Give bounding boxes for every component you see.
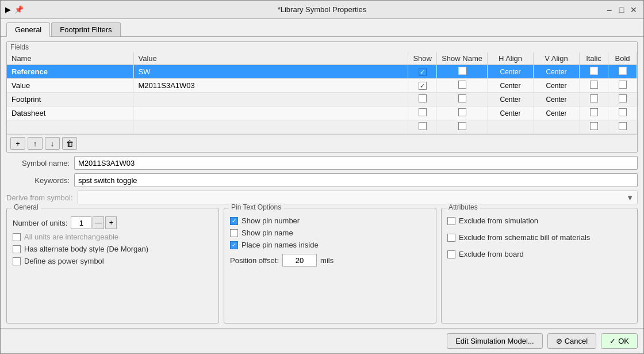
delete-field-button[interactable]: 🗑: [62, 137, 77, 150]
showname-checkbox[interactable]: [458, 122, 466, 130]
spin-plus-button[interactable]: +: [105, 216, 117, 229]
field-italic-cell[interactable]: [580, 120, 608, 134]
bold-checkbox[interactable]: [619, 67, 627, 75]
field-bold-cell[interactable]: [608, 79, 637, 93]
cancel-button[interactable]: ⊘ Cancel: [547, 333, 596, 349]
exclude-board-checkbox[interactable]: [447, 250, 455, 258]
field-showname-cell[interactable]: [437, 79, 488, 93]
tab-general[interactable]: General: [6, 22, 50, 37]
field-show-cell[interactable]: [408, 120, 437, 134]
attributes-section-title: Attributes: [446, 203, 480, 211]
field-show-cell[interactable]: [408, 106, 437, 120]
field-showname-cell[interactable]: [437, 106, 488, 120]
showname-checkbox[interactable]: [458, 108, 466, 116]
derive-from-dropdown[interactable]: ▼: [78, 191, 638, 204]
all-units-label: All units are interchangeable: [24, 233, 118, 241]
field-show-cell[interactable]: [408, 93, 437, 106]
maximize-button[interactable]: □: [616, 4, 626, 16]
show-pin-number-checkbox[interactable]: [230, 217, 238, 225]
col-header-italic: Italic: [580, 52, 608, 65]
field-showname-cell[interactable]: [437, 120, 488, 134]
field-showname-cell[interactable]: [437, 65, 488, 79]
show-checkbox[interactable]: [419, 94, 427, 102]
fields-title: Fields: [7, 42, 637, 52]
show-checkbox[interactable]: [419, 68, 427, 76]
power-symbol-label: Define as power symbol: [24, 257, 104, 265]
exclude-simulation-row: Exclude from simulation: [447, 216, 631, 225]
ok-label: OK: [618, 337, 629, 345]
exclude-simulation-checkbox[interactable]: [447, 217, 455, 225]
table-row[interactable]: FootprintCenterCenter: [7, 93, 637, 106]
field-italic-cell[interactable]: [580, 65, 608, 79]
field-italic-cell[interactable]: [580, 106, 608, 120]
num-units-row: Number of units: — +: [13, 216, 213, 229]
show-pin-name-checkbox[interactable]: [230, 229, 238, 237]
field-show-cell[interactable]: [408, 65, 437, 79]
field-bold-cell[interactable]: [608, 106, 637, 120]
position-offset-input[interactable]: [282, 254, 317, 267]
ok-button[interactable]: ✓ OK: [601, 333, 638, 349]
bold-checkbox[interactable]: [619, 122, 627, 130]
alt-body-row: Has alternate body style (De Morgan): [13, 245, 213, 253]
move-down-button[interactable]: ↓: [45, 137, 60, 150]
field-bold-cell[interactable]: [608, 65, 637, 79]
pin-text-section-title: Pin Text Options: [229, 203, 283, 211]
italic-checkbox[interactable]: [590, 94, 598, 102]
field-bold-cell[interactable]: [608, 93, 637, 106]
tabs-bar: General Footprint Filters: [1, 19, 643, 37]
showname-checkbox[interactable]: [458, 94, 466, 102]
table-row[interactable]: ReferenceSWCenterCenter: [7, 65, 637, 79]
add-field-button[interactable]: +: [10, 137, 25, 150]
move-up-button[interactable]: ↑: [28, 137, 43, 150]
table-row[interactable]: DatasheetCenterCenter: [7, 106, 637, 120]
field-halign-cell: Center: [488, 79, 534, 93]
main-window: ▶ 📌 *Library Symbol Properties – □ ✕ Gen…: [0, 0, 644, 354]
exclude-bom-checkbox[interactable]: [447, 234, 455, 242]
num-units-input[interactable]: [71, 216, 91, 229]
italic-checkbox[interactable]: [590, 122, 598, 130]
close-button[interactable]: ✕: [629, 4, 639, 16]
table-row[interactable]: [7, 120, 637, 134]
bold-checkbox[interactable]: [619, 94, 627, 102]
table-row[interactable]: ValueM2011S3A1W03CenterCenter: [7, 79, 637, 93]
window-title: *Library Symbol Properties: [40, 5, 604, 14]
field-italic-cell[interactable]: [580, 93, 608, 106]
show-checkbox[interactable]: [419, 82, 427, 90]
power-symbol-checkbox[interactable]: [13, 257, 21, 265]
field-valign-cell: [534, 120, 580, 134]
col-header-halign: H Align: [488, 52, 534, 65]
symbol-name-input[interactable]: [74, 156, 638, 170]
minimize-button[interactable]: –: [604, 4, 614, 16]
italic-checkbox[interactable]: [590, 81, 598, 89]
all-units-checkbox[interactable]: [13, 233, 21, 241]
field-show-cell[interactable]: [408, 79, 437, 93]
field-value-cell: SW: [133, 65, 408, 79]
field-halign-cell: [488, 120, 534, 134]
spin-minus-button[interactable]: —: [93, 216, 104, 229]
field-halign-cell: Center: [488, 93, 534, 106]
italic-checkbox[interactable]: [590, 67, 598, 75]
field-value-cell: [133, 93, 408, 106]
cancel-label: Cancel: [565, 337, 588, 345]
bold-checkbox[interactable]: [619, 81, 627, 89]
all-units-row: All units are interchangeable: [13, 233, 213, 241]
show-checkbox[interactable]: [419, 108, 427, 116]
italic-checkbox[interactable]: [590, 108, 598, 116]
place-pin-names-checkbox[interactable]: [230, 241, 238, 249]
bold-checkbox[interactable]: [619, 108, 627, 116]
field-name-cell: Datasheet: [7, 106, 133, 120]
fields-group: Fields Name Value Show Show Name H Align…: [6, 41, 638, 153]
field-showname-cell[interactable]: [437, 93, 488, 106]
show-checkbox[interactable]: [419, 122, 427, 130]
tab-footprint-filters[interactable]: Footprint Filters: [51, 22, 120, 36]
field-italic-cell[interactable]: [580, 79, 608, 93]
showname-checkbox[interactable]: [458, 81, 466, 89]
field-valign-cell: Center: [534, 106, 580, 120]
alt-body-checkbox[interactable]: [13, 245, 21, 253]
showname-checkbox[interactable]: [458, 67, 466, 75]
fields-table-wrap: Name Value Show Show Name H Align V Alig…: [7, 52, 637, 134]
field-valign-cell: Center: [534, 93, 580, 106]
field-bold-cell[interactable]: [608, 120, 637, 134]
keywords-input[interactable]: [74, 173, 638, 187]
edit-simulation-button[interactable]: Edit Simulation Model...: [447, 333, 543, 349]
